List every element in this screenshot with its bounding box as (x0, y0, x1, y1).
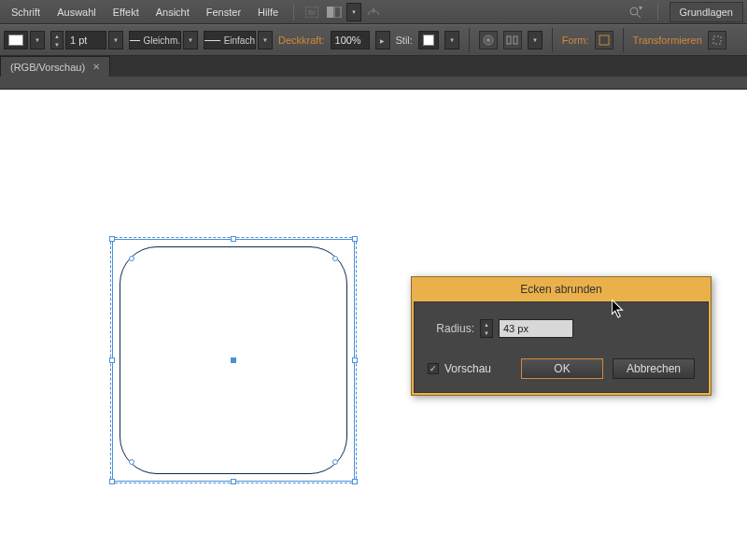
toolbar-separator-2 (552, 28, 553, 52)
dialog-title: Ecken abrunden (414, 279, 709, 301)
svg-text:▾: ▾ (639, 6, 642, 12)
menubar-separator-right (657, 4, 658, 21)
selection-handle-tl[interactable] (109, 236, 115, 242)
corner-anchor-bl[interactable] (129, 459, 134, 465)
toolbar-separator-1 (469, 28, 470, 52)
style-dropdown[interactable]: ▼ (444, 31, 459, 49)
layout-grid-icon[interactable] (324, 4, 345, 21)
workspace-switcher[interactable]: Grundlagen (669, 2, 744, 22)
corner-anchor-tr[interactable] (332, 256, 338, 261)
selection-handle-bc[interactable] (231, 479, 236, 484)
selection-bounding-box[interactable] (112, 239, 355, 482)
stroke-profile-a-label: Gleichm. (144, 35, 180, 46)
menu-schrift[interactable]: Schrift (4, 3, 48, 21)
selection-handle-tr[interactable] (352, 236, 358, 242)
close-tab-icon[interactable]: ✕ (92, 62, 100, 72)
stroke-profile-b-label: Einfach (224, 35, 255, 46)
toolbar-separator-3 (623, 28, 624, 52)
menu-auswahl[interactable]: Auswahl (49, 3, 104, 21)
layout-dropdown[interactable]: ▼ (346, 3, 361, 21)
preview-label: Vorschau (444, 362, 491, 375)
menubar-separator (293, 4, 294, 21)
stroke-width-dropdown[interactable]: ▼ (108, 31, 123, 49)
opacity-field[interactable]: 100% (331, 31, 370, 49)
bridge-icon[interactable]: Br (302, 4, 322, 21)
svg-rect-11 (599, 35, 609, 45)
menu-effekt[interactable]: Effekt (106, 3, 147, 21)
document-tab-title: (RGB/Vorschau) (10, 62, 85, 73)
recolor-icon[interactable] (479, 31, 498, 49)
svg-line-5 (637, 14, 641, 18)
transform-label[interactable]: Transformieren (633, 35, 702, 46)
stroke-profile-b-dropdown[interactable]: ▼ (258, 31, 273, 49)
corner-anchor-br[interactable] (332, 459, 338, 465)
radius-label: Radius: (428, 322, 474, 335)
svg-rect-2 (327, 7, 333, 18)
svg-rect-3 (334, 7, 341, 18)
ok-button[interactable]: OK (521, 358, 603, 379)
menu-ansicht[interactable]: Ansicht (148, 3, 197, 21)
cancel-button[interactable]: Abbrechen (613, 358, 695, 379)
stroke-profile-a-dropdown[interactable]: ▼ (183, 31, 198, 49)
radius-input[interactable]: 43 px (499, 319, 573, 338)
svg-point-4 (630, 7, 638, 15)
menu-hilfe[interactable]: Hilfe (250, 3, 286, 21)
sync-icon[interactable] (363, 4, 384, 21)
opacity-dropdown[interactable]: ▶ (375, 31, 390, 49)
selection-handle-mr[interactable] (352, 357, 358, 363)
stroke-profile-b[interactable]: Einfach (204, 31, 256, 49)
stroke-width-field[interactable]: 1 pt (65, 31, 106, 49)
align-icon[interactable] (503, 31, 522, 49)
document-tab[interactable]: (RGB/Vorschau) ✕ (0, 56, 110, 77)
radius-stepper[interactable]: ▲▼ (480, 319, 493, 338)
stroke-width-stepper[interactable]: ▲▼ (50, 31, 63, 49)
fill-swatch[interactable] (4, 31, 28, 49)
style-swatch[interactable] (418, 31, 439, 49)
isolate-icon[interactable] (708, 31, 726, 49)
options-toolbar: ▼ ▲▼ 1 pt ▼ Gleichm. ▼ Einfach ▼ Deckkra… (0, 24, 747, 56)
menu-fenster[interactable]: Fenster (199, 3, 248, 21)
svg-point-8 (486, 38, 490, 42)
svg-text:Br: Br (308, 8, 316, 17)
preview-checkbox[interactable]: ✓ Vorschau (428, 362, 512, 375)
svg-rect-10 (514, 36, 517, 44)
selection-handle-bl[interactable] (109, 479, 115, 484)
search-icon[interactable]: ▾ (626, 4, 646, 21)
svg-rect-9 (507, 36, 511, 44)
selection-handle-br[interactable] (352, 479, 358, 484)
checkbox-icon: ✓ (428, 363, 439, 374)
selection-handle-ml[interactable] (109, 357, 115, 363)
shape-icon[interactable] (595, 31, 613, 49)
style-label: Stil: (396, 35, 413, 46)
selection-handle-tc[interactable] (231, 236, 236, 242)
document-tabbar: (RGB/Vorschau) ✕ (0, 56, 747, 77)
fill-dropdown[interactable]: ▼ (30, 31, 45, 49)
menubar: Schrift Auswahl Effekt Ansicht Fenster H… (0, 0, 747, 24)
svg-rect-12 (713, 36, 721, 44)
selection-center (231, 357, 236, 363)
corner-anchor-tl[interactable] (129, 256, 134, 261)
form-label: Form: (562, 35, 589, 46)
stroke-profile-a[interactable]: Gleichm. (129, 31, 181, 49)
canvas[interactable]: Ecken abrunden Radius: ▲▼ 43 px ✓ Vorsch… (0, 89, 747, 560)
align-dropdown[interactable]: ▼ (528, 31, 543, 49)
opacity-label: Deckkraft: (278, 35, 325, 46)
round-corners-dialog: Ecken abrunden Radius: ▲▼ 43 px ✓ Vorsch… (411, 276, 712, 396)
